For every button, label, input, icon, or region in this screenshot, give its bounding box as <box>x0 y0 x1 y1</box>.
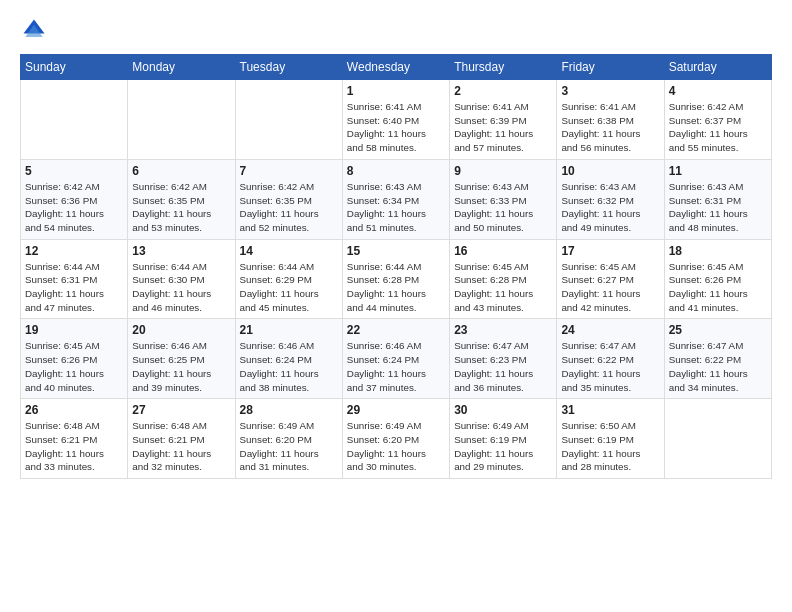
day-info: Sunrise: 6:45 AM Sunset: 6:28 PM Dayligh… <box>454 260 552 315</box>
day-info: Sunrise: 6:48 AM Sunset: 6:21 PM Dayligh… <box>25 419 123 474</box>
day-info: Sunrise: 6:49 AM Sunset: 6:20 PM Dayligh… <box>240 419 338 474</box>
day-info: Sunrise: 6:49 AM Sunset: 6:20 PM Dayligh… <box>347 419 445 474</box>
day-info: Sunrise: 6:41 AM Sunset: 6:39 PM Dayligh… <box>454 100 552 155</box>
calendar-cell: 19Sunrise: 6:45 AM Sunset: 6:26 PM Dayli… <box>21 319 128 399</box>
calendar-cell: 17Sunrise: 6:45 AM Sunset: 6:27 PM Dayli… <box>557 239 664 319</box>
calendar-cell: 1Sunrise: 6:41 AM Sunset: 6:40 PM Daylig… <box>342 80 449 160</box>
day-info: Sunrise: 6:44 AM Sunset: 6:29 PM Dayligh… <box>240 260 338 315</box>
day-number: 31 <box>561 403 659 417</box>
day-info: Sunrise: 6:41 AM Sunset: 6:38 PM Dayligh… <box>561 100 659 155</box>
day-number: 13 <box>132 244 230 258</box>
day-number: 7 <box>240 164 338 178</box>
calendar-week-0: 1Sunrise: 6:41 AM Sunset: 6:40 PM Daylig… <box>21 80 772 160</box>
calendar-cell: 6Sunrise: 6:42 AM Sunset: 6:35 PM Daylig… <box>128 159 235 239</box>
day-info: Sunrise: 6:42 AM Sunset: 6:35 PM Dayligh… <box>240 180 338 235</box>
day-number: 22 <box>347 323 445 337</box>
day-number: 4 <box>669 84 767 98</box>
calendar-cell <box>235 80 342 160</box>
logo-icon <box>20 16 48 44</box>
day-info: Sunrise: 6:45 AM Sunset: 6:26 PM Dayligh… <box>669 260 767 315</box>
calendar-cell: 23Sunrise: 6:47 AM Sunset: 6:23 PM Dayli… <box>450 319 557 399</box>
day-info: Sunrise: 6:45 AM Sunset: 6:26 PM Dayligh… <box>25 339 123 394</box>
day-number: 2 <box>454 84 552 98</box>
day-info: Sunrise: 6:43 AM Sunset: 6:33 PM Dayligh… <box>454 180 552 235</box>
day-number: 5 <box>25 164 123 178</box>
day-number: 20 <box>132 323 230 337</box>
day-info: Sunrise: 6:43 AM Sunset: 6:32 PM Dayligh… <box>561 180 659 235</box>
day-info: Sunrise: 6:47 AM Sunset: 6:23 PM Dayligh… <box>454 339 552 394</box>
calendar-cell: 31Sunrise: 6:50 AM Sunset: 6:19 PM Dayli… <box>557 399 664 479</box>
calendar-week-4: 26Sunrise: 6:48 AM Sunset: 6:21 PM Dayli… <box>21 399 772 479</box>
weekday-header-sunday: Sunday <box>21 55 128 80</box>
weekday-header-monday: Monday <box>128 55 235 80</box>
calendar-body: 1Sunrise: 6:41 AM Sunset: 6:40 PM Daylig… <box>21 80 772 479</box>
calendar-cell: 27Sunrise: 6:48 AM Sunset: 6:21 PM Dayli… <box>128 399 235 479</box>
calendar-cell: 4Sunrise: 6:42 AM Sunset: 6:37 PM Daylig… <box>664 80 771 160</box>
day-number: 29 <box>347 403 445 417</box>
calendar-cell: 29Sunrise: 6:49 AM Sunset: 6:20 PM Dayli… <box>342 399 449 479</box>
weekday-header-saturday: Saturday <box>664 55 771 80</box>
day-number: 30 <box>454 403 552 417</box>
header <box>20 16 772 44</box>
day-number: 27 <box>132 403 230 417</box>
day-number: 24 <box>561 323 659 337</box>
day-number: 26 <box>25 403 123 417</box>
weekday-header-wednesday: Wednesday <box>342 55 449 80</box>
day-number: 21 <box>240 323 338 337</box>
day-info: Sunrise: 6:45 AM Sunset: 6:27 PM Dayligh… <box>561 260 659 315</box>
calendar-cell: 25Sunrise: 6:47 AM Sunset: 6:22 PM Dayli… <box>664 319 771 399</box>
day-info: Sunrise: 6:42 AM Sunset: 6:36 PM Dayligh… <box>25 180 123 235</box>
calendar-cell: 21Sunrise: 6:46 AM Sunset: 6:24 PM Dayli… <box>235 319 342 399</box>
day-number: 12 <box>25 244 123 258</box>
day-number: 25 <box>669 323 767 337</box>
calendar-cell <box>128 80 235 160</box>
calendar-cell: 22Sunrise: 6:46 AM Sunset: 6:24 PM Dayli… <box>342 319 449 399</box>
calendar-cell: 15Sunrise: 6:44 AM Sunset: 6:28 PM Dayli… <box>342 239 449 319</box>
calendar-cell: 28Sunrise: 6:49 AM Sunset: 6:20 PM Dayli… <box>235 399 342 479</box>
day-number: 15 <box>347 244 445 258</box>
calendar-cell: 16Sunrise: 6:45 AM Sunset: 6:28 PM Dayli… <box>450 239 557 319</box>
calendar-cell: 18Sunrise: 6:45 AM Sunset: 6:26 PM Dayli… <box>664 239 771 319</box>
day-info: Sunrise: 6:41 AM Sunset: 6:40 PM Dayligh… <box>347 100 445 155</box>
day-info: Sunrise: 6:48 AM Sunset: 6:21 PM Dayligh… <box>132 419 230 474</box>
day-number: 19 <box>25 323 123 337</box>
day-info: Sunrise: 6:47 AM Sunset: 6:22 PM Dayligh… <box>669 339 767 394</box>
calendar-cell: 30Sunrise: 6:49 AM Sunset: 6:19 PM Dayli… <box>450 399 557 479</box>
day-number: 11 <box>669 164 767 178</box>
weekday-header-friday: Friday <box>557 55 664 80</box>
calendar-cell: 5Sunrise: 6:42 AM Sunset: 6:36 PM Daylig… <box>21 159 128 239</box>
day-number: 28 <box>240 403 338 417</box>
day-number: 8 <box>347 164 445 178</box>
calendar-cell: 12Sunrise: 6:44 AM Sunset: 6:31 PM Dayli… <box>21 239 128 319</box>
page: SundayMondayTuesdayWednesdayThursdayFrid… <box>0 0 792 612</box>
calendar-cell: 14Sunrise: 6:44 AM Sunset: 6:29 PM Dayli… <box>235 239 342 319</box>
calendar-cell: 9Sunrise: 6:43 AM Sunset: 6:33 PM Daylig… <box>450 159 557 239</box>
day-number: 17 <box>561 244 659 258</box>
day-info: Sunrise: 6:44 AM Sunset: 6:30 PM Dayligh… <box>132 260 230 315</box>
day-number: 1 <box>347 84 445 98</box>
day-number: 9 <box>454 164 552 178</box>
logo <box>20 16 50 44</box>
day-number: 10 <box>561 164 659 178</box>
calendar-week-3: 19Sunrise: 6:45 AM Sunset: 6:26 PM Dayli… <box>21 319 772 399</box>
day-info: Sunrise: 6:44 AM Sunset: 6:28 PM Dayligh… <box>347 260 445 315</box>
calendar-cell: 20Sunrise: 6:46 AM Sunset: 6:25 PM Dayli… <box>128 319 235 399</box>
day-info: Sunrise: 6:46 AM Sunset: 6:24 PM Dayligh… <box>347 339 445 394</box>
calendar-cell: 2Sunrise: 6:41 AM Sunset: 6:39 PM Daylig… <box>450 80 557 160</box>
day-info: Sunrise: 6:43 AM Sunset: 6:31 PM Dayligh… <box>669 180 767 235</box>
day-number: 16 <box>454 244 552 258</box>
day-info: Sunrise: 6:49 AM Sunset: 6:19 PM Dayligh… <box>454 419 552 474</box>
calendar-cell <box>664 399 771 479</box>
calendar-table: SundayMondayTuesdayWednesdayThursdayFrid… <box>20 54 772 479</box>
day-number: 6 <box>132 164 230 178</box>
day-number: 23 <box>454 323 552 337</box>
calendar-cell: 7Sunrise: 6:42 AM Sunset: 6:35 PM Daylig… <box>235 159 342 239</box>
day-info: Sunrise: 6:47 AM Sunset: 6:22 PM Dayligh… <box>561 339 659 394</box>
calendar-cell: 11Sunrise: 6:43 AM Sunset: 6:31 PM Dayli… <box>664 159 771 239</box>
day-number: 14 <box>240 244 338 258</box>
weekday-header-tuesday: Tuesday <box>235 55 342 80</box>
day-info: Sunrise: 6:42 AM Sunset: 6:37 PM Dayligh… <box>669 100 767 155</box>
day-info: Sunrise: 6:46 AM Sunset: 6:25 PM Dayligh… <box>132 339 230 394</box>
day-number: 3 <box>561 84 659 98</box>
calendar-week-2: 12Sunrise: 6:44 AM Sunset: 6:31 PM Dayli… <box>21 239 772 319</box>
